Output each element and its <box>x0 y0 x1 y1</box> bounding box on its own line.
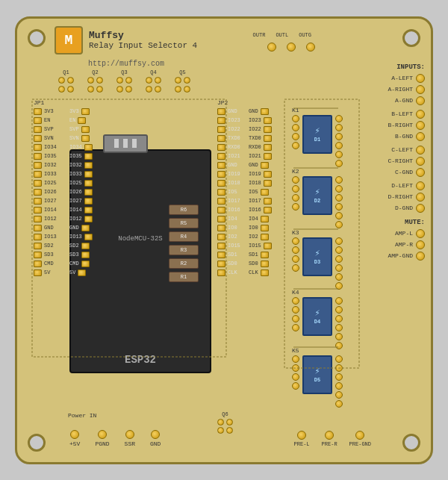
q4-pad2 <box>155 77 161 84</box>
amp-gnd-pad <box>416 252 425 261</box>
b-right-label: B-RIGHT <box>388 122 413 128</box>
jp2-inner-pads: GND IO23 IO22 TXD0 RXD0 IO21 GND IO19 IO… <box>217 108 240 276</box>
pre-l-label: PRE-L <box>294 441 310 447</box>
r4: R4 <box>169 231 199 242</box>
pre-r-pad <box>325 431 334 440</box>
nodemcu-label: NodeMCU-32S <box>118 235 162 243</box>
q6-pad1 <box>217 419 224 426</box>
c-left-row: C-LEFT <box>388 146 425 155</box>
amp-r-label: AMP-R <box>395 241 413 248</box>
a-right-label: A-RIGHT <box>388 86 413 93</box>
q4-pad4 <box>155 86 161 93</box>
d-gnd-label: D-GND <box>395 205 413 211</box>
q1-pad3 <box>58 86 65 93</box>
q3-pad4 <box>125 86 132 93</box>
inputs-title: INPUTS: <box>388 63 425 71</box>
q4-pad1 <box>146 77 152 84</box>
jp1-pin19-pad <box>34 269 42 276</box>
jp1-pin1-pad <box>34 108 42 115</box>
r1: R1 <box>169 272 199 282</box>
q2-group: Q2 <box>87 69 103 93</box>
output-labels: OUTR OUTL OUTG <box>253 32 311 38</box>
pre-gnd-group: PRE-GND <box>349 431 371 447</box>
d-left-pad <box>416 181 425 190</box>
amp-r-pad <box>416 240 425 249</box>
resistors-group: R6 R5 R4 R3 R2 R1 <box>169 205 199 282</box>
q4-group: Q4 <box>146 69 161 93</box>
a-left-row: A-LEFT <box>388 74 425 83</box>
q3-group: Q3 <box>116 69 132 93</box>
c-left-label: C-LEFT <box>391 146 413 153</box>
pre-pads-section: PRE-L PRE-R PRE-GND <box>294 431 371 447</box>
amp-r-row: AMP-R <box>388 240 425 249</box>
q4-pad3 <box>146 86 152 93</box>
q2-pad3 <box>87 86 94 93</box>
ssr-pad <box>125 430 134 439</box>
b-left-label: B-LEFT <box>391 110 413 117</box>
c-left-pad <box>416 146 425 155</box>
k3-relay: ⚡ D3 <box>302 237 332 276</box>
r6: R6 <box>169 205 199 215</box>
q3-pad2 <box>125 77 132 84</box>
gnd-group: GND <box>150 430 161 447</box>
amp-l-pad <box>416 229 425 238</box>
a-left-pad <box>416 74 425 83</box>
jp1-pin2-pad <box>34 117 42 124</box>
header-section: M Muffsy Relay Input Selector 4 <box>55 26 197 54</box>
website-text: http://muffsy.com <box>88 60 164 68</box>
jp1-pin17-pad <box>34 252 42 258</box>
jp1-pin16-pad <box>34 243 42 249</box>
jp1-pin10-pad <box>34 189 42 196</box>
k1-relay: ⚡ D1 <box>302 115 332 154</box>
b-right-pad <box>416 121 425 130</box>
d-left-label: D-LEFT <box>391 182 413 189</box>
outg-pad <box>306 43 315 52</box>
5v-label: +5V <box>69 440 80 447</box>
jp1-pin5-pad <box>34 144 42 151</box>
d-right-row: D-RIGHT <box>388 193 425 202</box>
q3-pad1 <box>116 77 123 84</box>
q5-pad1 <box>175 77 181 84</box>
pre-gnd-label: PRE-GND <box>349 441 371 447</box>
jp1-label: JP1 <box>34 99 44 106</box>
top-connectors: Q1 Q2 Q3 <box>58 69 190 93</box>
a-gnd-pad <box>416 96 425 105</box>
jp1-pads-left: 3V3 EN SVP SVN IO34 IO35 IO32 IO33 IO25 … <box>34 108 57 276</box>
b-gnd-pad <box>416 132 425 141</box>
k3-section: K3 ⚡ D3 <box>292 229 343 290</box>
pcb-board: M Muffsy Relay Input Selector 4 http://m… <box>15 16 433 464</box>
outg-label: OUTG <box>299 32 311 38</box>
q1-group: Q1 <box>58 69 74 93</box>
r2: R2 <box>169 258 199 269</box>
5v-group: +5V <box>69 430 80 447</box>
jp1-pin12-pad <box>34 207 42 213</box>
pgnd-pad <box>98 430 107 439</box>
pgnd-group: PGND <box>95 430 109 447</box>
d-right-pad <box>416 193 425 202</box>
q5-pad3 <box>175 86 181 93</box>
c-gnd-label: C-GND <box>395 169 413 175</box>
amp-l-label: AMP-L <box>395 230 413 237</box>
board-title: Muffsy <box>89 30 197 41</box>
esp32-label: ESP32 <box>125 354 156 366</box>
power-in-label: Power IN <box>68 412 96 419</box>
q6-label: Q6 <box>222 411 228 417</box>
jp1-pin9-pad <box>34 180 42 187</box>
q6-pad2 <box>226 419 233 426</box>
b-right-row: B-RIGHT <box>388 121 425 130</box>
c-gnd-row: C-GND <box>388 168 425 177</box>
b-gnd-row: B-GND <box>388 132 425 141</box>
gnd-label: GND <box>150 440 161 447</box>
c-right-row: C-RIGHT <box>388 157 425 166</box>
d-gnd-pad <box>416 204 425 213</box>
jp2-label: JP2 <box>217 99 228 106</box>
outl-label: OUTL <box>276 32 288 38</box>
jp1-pin8-pad <box>34 171 42 178</box>
q1-pad1 <box>58 77 65 84</box>
c-right-pad <box>416 157 425 166</box>
q1-pad2 <box>67 77 74 84</box>
corner-hole-br <box>402 434 420 452</box>
q5-pad2 <box>184 77 190 84</box>
c-right-label: C-RIGHT <box>388 158 413 164</box>
outr-pad <box>267 43 276 52</box>
